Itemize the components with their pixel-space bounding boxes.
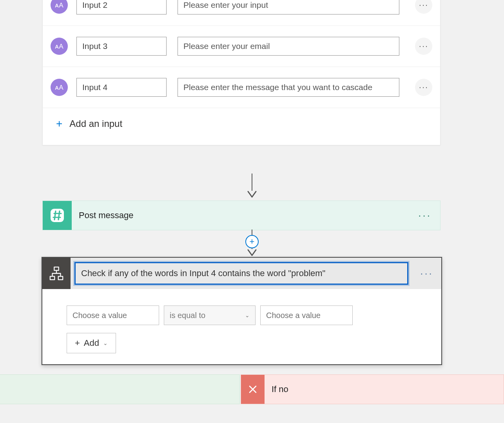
svg-rect-5 — [54, 267, 58, 271]
row-more-button[interactable]: ··· — [415, 0, 432, 14]
svg-rect-7 — [58, 277, 63, 280]
if-no-label: If no — [265, 384, 288, 394]
condition-title-input[interactable]: Check if any of the words in Input 4 con… — [74, 262, 408, 285]
input-name-field[interactable]: Input 3 — [76, 37, 167, 56]
text-type-icon: ᴀA — [51, 79, 68, 96]
post-message-card[interactable]: Post message ··· — [42, 201, 441, 230]
insert-step-button[interactable]: + — [245, 235, 259, 248]
if-no-branch-card[interactable]: If no — [241, 374, 504, 404]
chevron-down-icon: ⌄ — [245, 312, 250, 318]
text-type-icon: ᴀA — [51, 0, 68, 14]
input-row: ᴀA Input 3 Please enter your email ··· — [43, 26, 440, 67]
condition-right-value[interactable]: Choose a value — [260, 306, 353, 325]
row-more-button[interactable]: ··· — [415, 79, 432, 96]
input-name-field[interactable]: Input 2 — [76, 0, 167, 14]
input-row: ᴀA Input 2 Please enter your input ··· — [43, 0, 440, 26]
input-row: ᴀA Input 4 Please enter the message that… — [43, 67, 440, 108]
condition-operator-select[interactable]: is equal to ⌄ — [164, 306, 256, 325]
svg-rect-0 — [51, 209, 64, 222]
row-more-button[interactable]: ··· — [415, 38, 432, 55]
connector-arrow — [247, 174, 257, 199]
condition-left-value[interactable]: Choose a value — [67, 306, 159, 325]
text-type-icon: ᴀA — [51, 38, 68, 55]
input-placeholder-field[interactable]: Please enter your email — [178, 37, 399, 56]
trigger-card: ᴀA Input 2 Please enter your input ··· ᴀ… — [42, 0, 441, 145]
post-message-title: Post message — [72, 210, 133, 221]
add-input-label: Add an input — [69, 118, 122, 129]
plus-icon: + — [75, 338, 80, 348]
close-icon — [241, 375, 265, 404]
if-yes-branch-card[interactable] — [0, 374, 240, 404]
card-more-button[interactable]: ··· — [412, 258, 441, 289]
slack-hash-icon — [43, 201, 72, 230]
add-condition-button[interactable]: + Add ⌄ — [67, 333, 116, 353]
condition-header: Check if any of the words in Input 4 con… — [42, 258, 441, 289]
input-placeholder-field[interactable]: Please enter the message that you want t… — [178, 78, 399, 97]
add-input-button[interactable]: + Add an input — [43, 108, 440, 141]
condition-card: Check if any of the words in Input 4 con… — [42, 257, 442, 365]
chevron-down-icon: ⌄ — [103, 340, 108, 346]
plus-icon: + — [56, 118, 62, 130]
input-name-field[interactable]: Input 4 — [76, 78, 167, 97]
card-more-button[interactable]: ··· — [418, 210, 431, 222]
condition-icon — [42, 258, 71, 289]
add-condition-label: Add — [84, 338, 99, 348]
input-placeholder-field[interactable]: Please enter your input — [178, 0, 399, 14]
svg-rect-6 — [50, 277, 54, 280]
